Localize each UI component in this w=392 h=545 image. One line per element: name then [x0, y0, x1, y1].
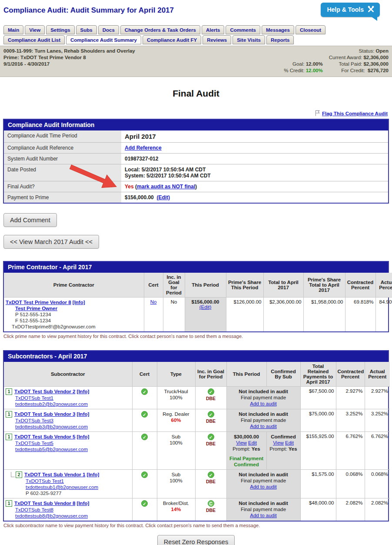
sub-info-link[interactable]: [Info] — [77, 434, 90, 439]
period-note: Final payment made — [229, 478, 299, 484]
add-reference-link[interactable]: Add Reference — [125, 145, 162, 151]
period-view-link[interactable]: View — [236, 440, 247, 445]
tab-change-orders[interactable]: Change Orders & Task Orders — [120, 25, 200, 34]
prime-contact-link[interactable]: Test Prime Owner — [15, 306, 57, 311]
table-row: 1TxDOT Test Sub Vendor 3 [Info] TxDOTSub… — [4, 409, 390, 432]
table-header-row: Prime Contractor Cert Inc. in Goal for P… — [4, 273, 392, 298]
mark-not-final-link[interactable]: mark audit as NOT final — [137, 184, 195, 190]
col-contracted-pct: Contracted Percent — [336, 362, 365, 387]
col-prime-contractor: Prime Contractor — [4, 273, 144, 298]
sub-contracted-pct: 3.252% — [336, 409, 365, 432]
prime-info-link[interactable]: [Info] — [73, 300, 85, 305]
period-edit-link[interactable]: Edit — [248, 440, 257, 445]
add-to-audit-link[interactable]: Add to audit — [250, 401, 276, 406]
sub-info-link[interactable]: [Info] — [87, 472, 100, 477]
time-period-value: April 2017 — [121, 130, 388, 143]
goal-check-icon: ✓ — [208, 388, 214, 395]
sub-info-link[interactable]: [Info] — [77, 411, 90, 417]
payment-to-prime-value: $156,000.00 — [125, 194, 154, 201]
final-audit-label: Final Audit? — [4, 181, 121, 192]
help-tools-label: Help & Tools — [327, 6, 364, 13]
col-this-period: This Period — [185, 273, 226, 298]
sub-email-link[interactable]: txdottestsub1@b2gnowuser.com — [26, 485, 98, 490]
table-header-row: Subcontractor Cert Type Inc. in Goal for… — [4, 362, 390, 387]
sub-vendor-link[interactable]: TxDOT Test Sub Vendor 5 — [14, 434, 75, 439]
sub-contact-link[interactable]: TxDOTSub Test3 — [15, 418, 53, 423]
flag-compliance-audit-link[interactable]: Flag This Compliance Audit — [322, 111, 388, 116]
col-share-this-period: Prime's Share This Period — [226, 273, 263, 298]
add-comment-button[interactable]: Add Comment — [3, 213, 57, 227]
subcontractors-panel: Subcontractors - April 2017 Subcontracto… — [3, 350, 389, 522]
sub-info-link[interactable]: [Info] — [77, 501, 90, 506]
table-row: System Audit Number 01987327-012 — [4, 154, 388, 164]
status-label: Status: — [359, 48, 375, 53]
tab-compliance-audit-summary[interactable]: Compliance Audit Summary — [66, 35, 141, 44]
prime-share-this-period: $126,000.00 — [226, 298, 263, 332]
reset-zero-responses-button[interactable]: Reset Zero Responses — [157, 535, 235, 545]
tier-badge: 1 — [6, 411, 12, 418]
tab-compliance-audit-fy[interactable]: Compliance Audit FY — [143, 35, 201, 44]
contract-number-title: 0009-11-999: Turn Lanes, Rehab Shoulders… — [3, 48, 135, 54]
tab-view[interactable]: View — [25, 25, 45, 34]
sub-contact-link[interactable]: TxDOTSub Test5 — [15, 441, 53, 446]
sub-email-link[interactable]: txdottestsub3@b2gnowuser.com — [15, 424, 88, 429]
table-row: 1TxDOT Test Sub Vendor 2 [Info] TxDOTSub… — [4, 387, 390, 409]
prime-phone: P 512-555-1234 — [6, 311, 142, 318]
tab-main[interactable]: Main — [3, 25, 23, 34]
tab-alerts[interactable]: Alerts — [202, 25, 225, 34]
confirmed-edit-link[interactable]: Edit — [285, 440, 294, 445]
col-actual-pct: Actual Percent — [375, 273, 392, 298]
sub-email-link[interactable]: txdottestsub8@b2gnowuser.com — [15, 513, 88, 518]
confirmed-view-link[interactable]: View — [273, 440, 284, 445]
prime-vendor-link[interactable]: TxDOT Test Prime Vendor 8 — [6, 300, 71, 305]
contract-dates: 9/1/2016 - 4/30/2017 — [3, 61, 135, 67]
sub-email-link[interactable]: txdottestsub5@b2gnowuser.com — [15, 447, 88, 452]
tab-site-visits[interactable]: Site Visits — [233, 35, 265, 44]
prime-this-period-edit-link[interactable]: (Edit) — [199, 304, 211, 310]
tab-navigation: Main View Settings Subs Docs Change Orde… — [0, 25, 392, 44]
tab-closeout[interactable]: Closeout — [296, 25, 326, 34]
tab-subs[interactable]: Subs — [76, 25, 97, 34]
sub-contact-link[interactable]: TxDOTSub Test1 — [26, 478, 64, 484]
add-to-audit-link[interactable]: Add to audit — [250, 424, 276, 429]
payment-edit-link[interactable]: (Edit) — [156, 194, 170, 201]
tab-settings[interactable]: Settings — [46, 25, 74, 34]
tab-messages[interactable]: Messages — [262, 25, 294, 34]
sub-type-pct: 60% — [159, 417, 193, 423]
cert-check-icon: ✓ — [141, 434, 148, 440]
period-status: Not included in audit — [229, 388, 299, 395]
final-payment-confirmed: Final Payment Confirmed — [229, 455, 265, 468]
sub-vendor-link[interactable]: TxDOT Test Sub Vendor 3 — [14, 411, 75, 417]
sub-vendor-link[interactable]: TxDOT Test Sub Vendor 8 — [14, 501, 75, 506]
for-credit-value: $276,720 — [368, 68, 389, 73]
sub-actual-pct: 2.082% — [365, 498, 390, 521]
tools-icon — [367, 5, 375, 14]
sub-email-link[interactable]: txdottestsub2@b2gnowuser.com — [15, 401, 88, 407]
help-tools-button[interactable]: Help & Tools — [321, 3, 380, 17]
sub-vendor-link[interactable]: TxDOT Test Sub Vendor 1 — [24, 472, 85, 477]
add-to-audit-link[interactable]: Add to audit — [250, 484, 276, 489]
sub-contact-link[interactable]: TxDOTSub Test1 — [15, 395, 53, 401]
time-period-label: Compliance Audit Time Period — [4, 130, 121, 143]
add-to-audit-link[interactable]: Add to audit — [250, 513, 276, 518]
sub-info-link[interactable]: [Info] — [77, 389, 90, 394]
col-this-period: This Period — [226, 362, 266, 387]
goal-check-icon: ✓ — [208, 434, 214, 440]
system-audit-number-label: System Audit Number — [4, 154, 121, 164]
view-march-audit-button[interactable]: << View March 2017 Audit << — [3, 235, 99, 249]
sub-contact-link[interactable]: TxDOTSub Test8 — [15, 507, 53, 512]
tab-reviews[interactable]: Reviews — [203, 35, 231, 44]
tab-reports[interactable]: Reports — [266, 35, 294, 44]
prompt-value: Yes — [289, 446, 297, 451]
sub-vendor-link[interactable]: TxDOT Test Sub Vendor 2 — [14, 389, 75, 394]
prime-fax: F 512-555-1234 — [6, 318, 142, 324]
period-note: Final payment made — [229, 417, 299, 423]
tab-comments[interactable]: Comments — [226, 25, 260, 34]
flag-row: Flag This Compliance Audit — [0, 110, 392, 117]
tab-compliance-audit-list[interactable]: Compliance Audit List — [3, 35, 65, 44]
table-row: Compliance Audit Reference Add Reference — [4, 143, 388, 154]
page-header: Compliance Audit: Audit Summary for Apri… — [0, 0, 392, 23]
cert-check-icon: ✓ — [141, 500, 148, 507]
prime-cert-link[interactable]: No — [150, 299, 157, 304]
tab-docs[interactable]: Docs — [98, 25, 119, 34]
